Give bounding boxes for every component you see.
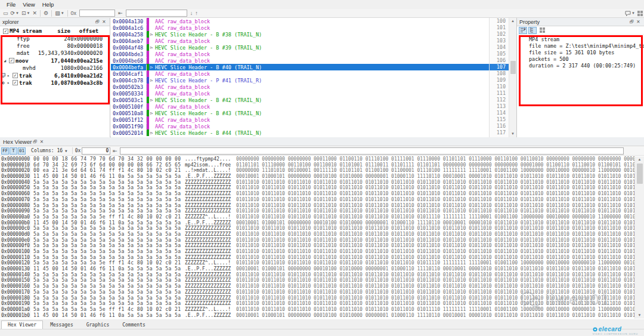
close-panel-icon[interactable]: ✕ [101, 19, 107, 24]
tree-row-ftyp[interactable]: ftyp240x00000000 [0, 35, 110, 42]
hex-row[interactable]: 0x000001505a 5a 5a 5a 5a 5a 5a 5a 5a 5a … [0, 278, 634, 283]
checkbox-icon[interactable]: ✓ [9, 58, 14, 63]
hex-row[interactable]: 0x0000000000 00 00 18 66 74 79 70 6d 70 … [0, 156, 634, 162]
hex-search-input[interactable] [120, 147, 624, 155]
packet-row[interactable]: 0x00050334AAC raw_data_block [111, 90, 489, 97]
expand-icon[interactable]: ▷ [150, 45, 155, 50]
float-panel-icon[interactable]: 🗗 [94, 19, 101, 24]
packet-row[interactable]: 0x0004a1c6AAC raw_data_block [111, 24, 489, 31]
hex-row[interactable]: 0x000000a05a 5a 5a 5a 5a 5a 5a 5e ff f1 … [0, 214, 634, 220]
hex-row[interactable]: 0x0000002000 ea 21 3e 6d 64 61 74 ff f1 … [0, 168, 634, 174]
hex-row[interactable]: 0x000000405a 5a 5a 5a 5a 5a 5a 5a 5a 5a … [0, 180, 634, 186]
grid-view-icon[interactable] [538, 27, 546, 34]
checkbox-icon[interactable]: ✓ [13, 73, 18, 78]
hex-row[interactable]: 0x000001705a 5a 5a 5a 5a 5a 5a 5a 5a 5a … [0, 289, 634, 295]
packet-row[interactable]: 0x00051f90AAC raw_data_block [111, 123, 489, 130]
tree-row-root[interactable]: ✓ MP4 stream size offset [0, 27, 110, 35]
layout-button[interactable] [636, 10, 644, 17]
packet-row[interactable]: 0x000510a8▷HEVC Slice Header - B #43 (TR… [111, 110, 489, 116]
search-up-button[interactable]: ↑ [194, 10, 199, 17]
tab-hex-viewer[interactable]: Hex Viewer [1, 320, 43, 329]
hex-row[interactable]: 0x000000106d 70 34 32 69 73 6f 6d 00 00 … [0, 162, 634, 168]
toggle-binary-button[interactable]: 01 [18, 147, 26, 155]
expand-icon[interactable]: ▷ [150, 131, 155, 135]
tree-row-mdat[interactable]: mdat15,343,9340x00000020 [0, 50, 110, 57]
goto-icon[interactable]: ⇤ [113, 148, 117, 154]
hex-row[interactable]: 0x000000605a 5a 5a 5a 5a 5a 5a 5a 5a 5a … [0, 191, 634, 197]
packet-row[interactable]: 0x0005100fAAC raw_data_block [111, 103, 489, 110]
stream-view-button[interactable]: ▨▼ [54, 10, 65, 17]
float-panel-icon[interactable]: 🗗 [628, 19, 635, 24]
packet-row[interactable]: 0x0004befa▷HEVC Slice Header - B #40 (TR… [111, 64, 489, 70]
tree-row-trak[interactable]: ▸✓trak10,0870x00ea3c8b [0, 79, 110, 87]
scroll-down-icon[interactable]: ▼ [635, 312, 644, 319]
hex-row[interactable]: 0x000001005a 5a 5a 5a 5a 5a 5a 5a 5a 5a … [0, 249, 634, 255]
hex-viewer-scrollbar[interactable]: ▲ ▼ [634, 156, 644, 319]
save-button[interactable]: ⊡▼ [20, 10, 32, 17]
scroll-up-icon[interactable]: ▲ [635, 156, 644, 163]
menu-item-file[interactable]: File [3, 1, 19, 8]
packet-row[interactable]: 0x000503c1▷HEVC Slice Header - B #42 (TR… [111, 97, 489, 103]
close-file-button[interactable]: ✕ [32, 10, 39, 17]
packet-row[interactable]: 0x00052014▷HEVC Slice Header - B #44 (TR… [111, 130, 489, 136]
packet-row[interactable]: 0x000502b3AAC raw_data_block [111, 84, 489, 90]
hex-row[interactable]: 0x000001905a 5a 5a 5a 5a 5a 5a 5a 5a 5a … [0, 301, 634, 307]
expand-icon[interactable]: ▷ [150, 98, 155, 103]
search-input[interactable] [126, 10, 187, 17]
hex-row[interactable]: 0x000001405a 5a 5a 5a 5a 5a 5a 5a 5a 5a … [0, 272, 634, 278]
goto-offset-button[interactable]: ⇤ [117, 10, 124, 17]
packet-list-scrollbar[interactable]: ▲ ▼ [509, 18, 516, 137]
close-panel-icon[interactable]: ✕ [38, 139, 45, 144]
menu-item-help[interactable]: Help [39, 1, 58, 8]
packet-row[interactable]: 0x0004cb78▷HEVC Slice Header - P #41 (TR… [111, 77, 489, 84]
hex-row[interactable]: 0x000000c05a 5a 5a 5a 5a 5a 5a 5a 5a 5a … [0, 226, 634, 232]
hex-offset-input[interactable] [82, 147, 110, 155]
hex-row[interactable]: 0x000000d05a 5a 5a 5a 5a 5a 5a 5a 5a 5a … [0, 232, 634, 238]
hex-row[interactable]: 0x000001105a 5a 5a 5a 5a 5a 5a 5a 5a 5a … [0, 255, 634, 261]
packet-row[interactable]: 0x00051f12AAC raw_data_block [111, 116, 489, 123]
float-panel-icon[interactable]: 🗗 [32, 139, 38, 144]
tree-collapsed-icon[interactable]: ▸ [7, 81, 13, 85]
tree-expanded-icon[interactable]: ◢ [4, 58, 9, 63]
hex-row[interactable]: 0x000001805a 5a 5a 5a 5a 5a 5a 5a 5a 5a … [0, 295, 634, 301]
expand-icon[interactable]: ▷ [150, 32, 155, 37]
close-panel-icon[interactable]: ✕ [635, 19, 642, 24]
packet-row[interactable]: 0x0004af48▷HEVC Slice Header - B #39 (TR… [111, 44, 489, 51]
expand-icon[interactable]: ▷ [150, 65, 155, 70]
scroll-up-icon[interactable]: ▲ [509, 18, 516, 24]
tree-row-free[interactable]: free80x00000018 [0, 42, 110, 50]
checkbox-icon[interactable]: ✓ [3, 29, 8, 34]
hex-row[interactable]: 0x000001205a 5a 5a 5a 5a 5a 5a 5e ff f1 … [0, 260, 634, 266]
hex-row[interactable]: 0x000000e05a 5a 5a 5a 5a 5a 5a 5a 5a 5a … [0, 238, 634, 243]
hex-row[interactable]: 0x000000f05a 5a 5a 5a 5a 5a 5a 5a 5a 5a … [0, 243, 634, 249]
hex-row[interactable]: 0x000000905a 5a 5a 5a 5a 5a 5a 5a 5a 5a … [0, 208, 634, 214]
checkbox-icon[interactable]: ✓ [13, 80, 18, 85]
settings-button[interactable]: ⚙ [42, 10, 49, 17]
tab-graphics[interactable]: Graphics [80, 321, 116, 329]
hex-row[interactable]: 0x000000705a 5a 5a 5a 5a 5a 5a 5a 5a 5a … [0, 197, 634, 203]
scroll-down-icon[interactable]: ▼ [509, 131, 516, 137]
offset-input[interactable] [79, 10, 115, 17]
search-down-button[interactable]: ↓ [189, 10, 194, 17]
reopen-button[interactable]: ⟳▼ [10, 10, 21, 17]
tree-row-mvhd[interactable]: mvhd1080x00ea2166 [0, 64, 110, 72]
hex-row[interactable]: 0x000000805a 5a 5a 5a 5a 5a 5a 5a 5a 5a … [0, 203, 634, 209]
tree-row-moov[interactable]: ◢✓moov17,0440x00ea215e [0, 57, 110, 64]
tree-row-trak[interactable]: ▸✓trak6,8410x00ea21d2 [0, 72, 110, 79]
hex-row[interactable]: 0x000000b011 45 00 14 50 01 46 f6 11 0a … [0, 220, 634, 226]
new-window-button[interactable]: ▭ [2, 10, 10, 17]
packet-row[interactable]: 0x0004a130AAC raw_data_block [111, 18, 489, 24]
tree-mode-icon[interactable] [528, 27, 537, 34]
tree-collapsed-icon[interactable]: ▸ [7, 73, 13, 78]
toggle-text-button[interactable]: T [10, 147, 17, 155]
hex-row[interactable]: 0x000001605a 5a 5a 5a 5a 5a 5a 5a 5a 5a … [0, 283, 634, 289]
scrollbar-thumb[interactable] [637, 164, 643, 184]
packet-row[interactable]: 0x0004caf1AAC raw_data_block [111, 70, 489, 77]
hex-row[interactable]: 0x000001b011 45 00 14 50 01 46 f6 11 0a … [0, 313, 634, 319]
sort-mode-icon[interactable] [519, 27, 527, 34]
hex-row[interactable]: 0x000000505a 5a 5a 5a 5a 5a 5a 5a 5a 5a … [0, 185, 634, 191]
expand-icon[interactable]: ▷ [150, 111, 155, 116]
columns-dropdown[interactable]: Columns: 16 ▼ [31, 148, 70, 153]
packet-row[interactable]: 0x0004a258▷HEVC Slice Header - B #38 (TR… [111, 31, 489, 38]
feedback-button[interactable]: ▼ [624, 10, 636, 17]
